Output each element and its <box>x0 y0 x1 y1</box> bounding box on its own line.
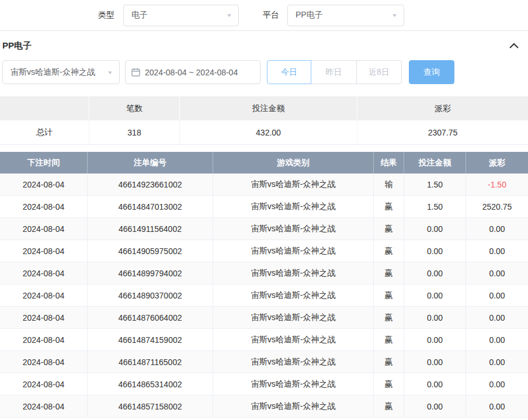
cell-bet-amount: 0.00 <box>404 395 466 418</box>
cell-bet-time: 2024-08-04 <box>0 351 88 373</box>
query-button[interactable]: 查询 <box>409 60 454 84</box>
header-bet-time: 下注时间 <box>0 152 88 173</box>
cell-game-type: 宙斯vs哈迪斯-众神之战 <box>213 373 374 395</box>
cell-bet-time: 2024-08-04 <box>0 307 88 329</box>
cell-bet-time: 2024-08-04 <box>0 395 88 418</box>
chevron-up-icon[interactable] <box>509 43 519 48</box>
type-select-value: 电子 <box>131 10 148 20</box>
table-row[interactable]: 2024-08-04 46614890370002 宙斯vs哈迪斯-众神之战 赢… <box>0 284 528 307</box>
cell-bet-amount: 0.00 <box>404 218 466 240</box>
cell-payout: 0.00 <box>466 351 528 373</box>
platform-select-value: PP电子 <box>296 10 323 20</box>
cell-result: 赢 <box>374 395 404 418</box>
cell-game-type: 宙斯vs哈迪斯-众神之战 <box>213 307 374 329</box>
cell-bet-time: 2024-08-04 <box>0 196 88 218</box>
cell-bet-time: 2024-08-04 <box>0 262 88 284</box>
cell-bet-time: 2024-08-04 <box>0 329 88 351</box>
game-select[interactable]: 宙斯vs哈迪斯-众神之战 ▼ <box>2 60 120 84</box>
summary-header-payout: 派彩 <box>357 97 528 120</box>
cell-payout: 0.00 <box>466 373 528 395</box>
cell-bet-amount: 0.00 <box>404 373 466 395</box>
cell-order-id: 46614871165002 <box>88 351 213 373</box>
summary-header-count: 笔数 <box>89 97 180 120</box>
cell-payout: -1.50 <box>466 173 528 196</box>
summary-header-row: 笔数 投注金额 派彩 <box>0 97 528 120</box>
table-row[interactable]: 2024-08-04 46614905975002 宙斯vs哈迪斯-众神之战 赢… <box>0 240 528 262</box>
cell-bet-time: 2024-08-04 <box>0 218 88 240</box>
cell-order-id: 46614865314002 <box>88 373 213 395</box>
cell-payout: 0.00 <box>466 240 528 262</box>
cell-payout: 0.00 <box>466 395 528 418</box>
calendar-icon <box>131 68 140 77</box>
table-row[interactable]: 2024-08-04 46614874159002 宙斯vs哈迪斯-众神之战 赢… <box>0 329 528 351</box>
cell-game-type: 宙斯vs哈迪斯-众神之战 <box>213 329 374 351</box>
table-row[interactable]: 2024-08-04 46614847013002 宙斯vs哈迪斯-众神之战 赢… <box>0 196 528 218</box>
cell-result: 输 <box>374 173 404 196</box>
table-row[interactable]: 2024-08-04 46614923661002 宙斯vs哈迪斯-众神之战 输… <box>0 173 528 196</box>
cell-order-id: 46614847013002 <box>88 196 213 218</box>
cell-game-type: 宙斯vs哈迪斯-众神之战 <box>213 218 374 240</box>
bets-table-body: 2024-08-04 46614923661002 宙斯vs哈迪斯-众神之战 输… <box>0 173 528 418</box>
cell-result: 赢 <box>374 196 404 218</box>
cell-result: 赢 <box>374 307 404 329</box>
cell-payout: 0.00 <box>466 284 528 307</box>
yesterday-button[interactable]: 昨日 <box>311 60 357 84</box>
table-row[interactable]: 2024-08-04 46614899794002 宙斯vs哈迪斯-众神之战 赢… <box>0 262 528 284</box>
cell-result: 赢 <box>374 284 404 307</box>
type-label: 类型 <box>98 10 114 20</box>
cell-game-type: 宙斯vs哈迪斯-众神之战 <box>213 351 374 373</box>
header-bet-amount: 投注金额 <box>404 152 466 173</box>
cell-bet-amount: 0.00 <box>404 307 466 329</box>
summary-total-label: 总计 <box>0 120 89 144</box>
bets-table-header: 下注时间 注单编号 游戏类别 结果 投注金额 派彩 <box>0 152 528 173</box>
summary-header-empty <box>0 97 89 120</box>
cell-game-type: 宙斯vs哈迪斯-众神之战 <box>213 284 374 307</box>
today-button[interactable]: 今日 <box>267 60 311 84</box>
cell-bet-time: 2024-08-04 <box>0 284 88 307</box>
cell-order-id: 46614899794002 <box>88 262 213 284</box>
table-row[interactable]: 2024-08-04 46614857158002 宙斯vs哈迪斯-众神之战 赢… <box>0 395 528 418</box>
cell-bet-time: 2024-08-04 <box>0 173 88 196</box>
header-payout: 派彩 <box>466 152 528 173</box>
cell-bet-amount: 1.50 <box>404 196 466 218</box>
cell-payout: 2520.75 <box>466 196 528 218</box>
header-game-type: 游戏类别 <box>213 152 374 173</box>
cell-bet-amount: 0.00 <box>404 262 466 284</box>
cell-result: 赢 <box>374 329 404 351</box>
cell-game-type: 宙斯vs哈迪斯-众神之战 <box>213 262 374 284</box>
platform-label: 平台 <box>263 10 279 20</box>
table-row[interactable]: 2024-08-04 46614876064002 宙斯vs哈迪斯-众神之战 赢… <box>0 307 528 329</box>
cell-bet-amount: 0.00 <box>404 329 466 351</box>
date-preset-group: 今日 昨日 近8日 <box>267 60 402 84</box>
platform-select[interactable]: PP电子 ▼ <box>287 5 404 26</box>
caret-down-icon: ▼ <box>226 13 232 18</box>
cell-game-type: 宙斯vs哈迪斯-众神之战 <box>213 173 374 196</box>
cell-order-id: 46614857158002 <box>88 395 213 418</box>
cell-payout: 0.00 <box>466 329 528 351</box>
cell-order-id: 46614874159002 <box>88 329 213 351</box>
date-range-input[interactable]: 2024-08-04 ~ 2024-08-04 <box>125 60 260 84</box>
cell-payout: 0.00 <box>466 262 528 284</box>
cell-result: 赢 <box>374 262 404 284</box>
cell-bet-amount: 0.00 <box>404 240 466 262</box>
type-select[interactable]: 电子 ▼ <box>123 5 239 26</box>
cell-bet-time: 2024-08-04 <box>0 373 88 395</box>
summary-payout-value: 2307.75 <box>357 120 528 144</box>
summary-total-row: 总计 318 432.00 2307.75 <box>0 120 528 145</box>
game-select-value: 宙斯vs哈迪斯-众神之战 <box>11 67 95 78</box>
cell-game-type: 宙斯vs哈迪斯-众神之战 <box>213 240 374 262</box>
section-header: PP电子 <box>0 31 528 52</box>
page: 类型 电子 ▼ 平台 PP电子 ▼ PP电子 宙斯vs哈迪斯-众神之战 ▼ 20… <box>0 0 528 420</box>
cell-payout: 0.00 <box>466 307 528 329</box>
cell-bet-amount: 1.50 <box>404 173 466 196</box>
table-row[interactable]: 2024-08-04 46614871165002 宙斯vs哈迪斯-众神之战 赢… <box>0 351 528 373</box>
cell-bet-amount: 0.00 <box>404 351 466 373</box>
last8days-button[interactable]: 近8日 <box>356 60 402 84</box>
cell-bet-amount: 0.00 <box>404 284 466 307</box>
table-row[interactable]: 2024-08-04 46614911564002 宙斯vs哈迪斯-众神之战 赢… <box>0 218 528 240</box>
table-row[interactable]: 2024-08-04 46614865314002 宙斯vs哈迪斯-众神之战 赢… <box>0 373 528 395</box>
cell-bet-time: 2024-08-04 <box>0 240 88 262</box>
cell-result: 赢 <box>374 218 404 240</box>
summary-bet-amount-value: 432.00 <box>180 120 357 144</box>
date-range-value: 2024-08-04 ~ 2024-08-04 <box>145 68 238 77</box>
